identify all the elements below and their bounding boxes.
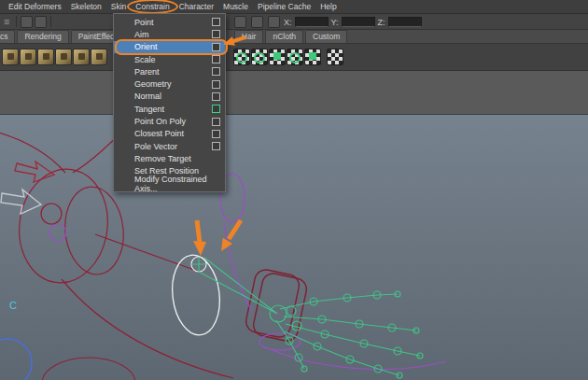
menu-item-label: Point On Poly [134, 117, 186, 126]
shelf-tab-custom[interactable]: Custom [305, 30, 347, 43]
menu-item-label: Scale [134, 55, 156, 64]
menu-item-label: Closest Point [134, 129, 184, 138]
coordinate-fields: X: Y: Z: [233, 16, 422, 28]
option-box-icon[interactable] [212, 92, 220, 101]
menu-item-tangent[interactable]: Tangent [114, 103, 225, 115]
shelf-tabs: ics Rendering PaintEffects Hair nCloth C… [0, 29, 588, 43]
scene-icon[interactable] [21, 16, 33, 28]
option-box-icon[interactable] [212, 105, 220, 113]
wire-red-arrow-shape [15, 162, 54, 182]
menu-pipeline-cache[interactable]: Pipeline Cache [253, 0, 315, 13]
option-box-icon[interactable] [212, 43, 220, 51]
y-input[interactable] [342, 17, 375, 27]
texture-checker-icon[interactable] [327, 49, 343, 65]
z-input[interactable] [388, 17, 422, 27]
selected-control-circle[interactable] [168, 252, 224, 337]
paint-tree-icon[interactable] [20, 49, 36, 65]
shelf-tab-hair[interactable]: Hair [234, 30, 264, 43]
menu-item-label: Normal [134, 91, 161, 101]
ncache-icon[interactable] [287, 49, 303, 65]
curve-label-c: C [9, 300, 17, 311]
option-box-icon[interactable] [212, 80, 220, 89]
wire-red-curve-topleft [0, 132, 65, 173]
wire-gray-arrow-shape [1, 190, 41, 214]
viewport-scene: C [0, 115, 588, 380]
nsolver-icon[interactable] [304, 49, 321, 65]
menu-item-label: Tangent [134, 105, 164, 114]
status-line: ≡ X: Y: Z: [0, 13, 588, 29]
menu-item-geometry[interactable]: Geometry [114, 77, 225, 90]
menu-item-modify-constrained-axis[interactable]: Modify Constrained Axis... [114, 177, 225, 190]
ncloth-passive-icon[interactable] [251, 49, 268, 65]
x-label: X: [284, 18, 292, 27]
wire-blue-circle [0, 339, 32, 380]
menu-item-point-on-poly[interactable]: Point On Poly [114, 115, 225, 127]
nconstraint-icon[interactable] [269, 49, 286, 65]
menu-edit-deformers[interactable]: Edit Deformers [4, 0, 66, 13]
paint-grass-icon[interactable] [55, 49, 72, 65]
wire-red-ellipse-bottom [42, 358, 135, 380]
menu-item-pole-vector[interactable]: Pole Vector [114, 140, 225, 152]
paint-vine-icon[interactable] [91, 49, 107, 65]
snap-point-icon[interactable] [268, 16, 280, 28]
menu-item-label: Orient [134, 42, 158, 51]
constrain-dropdown-menu: Point Aim Orient Scale Parent Geometry N… [113, 13, 226, 192]
menu-item-remove-target[interactable]: Remove Target [114, 152, 225, 164]
menu-lines-icon[interactable]: ≡ [0, 15, 13, 28]
snap-grid-icon[interactable] [234, 16, 246, 28]
menu-constrain-label: Constrain [135, 2, 169, 11]
menu-item-label: Pole Vector [134, 142, 177, 151]
shelf-tab-rendering[interactable]: Rendering [17, 30, 68, 43]
menu-item-scale[interactable]: Scale [114, 53, 225, 65]
wire-red-line-to-ellipse [95, 234, 194, 270]
shelf-tab-ncloth[interactable]: nCloth [265, 30, 303, 43]
menu-item-label: Modify Constrained Axis... [134, 175, 220, 193]
viewport[interactable]: C [0, 114, 588, 380]
wire-red-circle-small [41, 204, 62, 224]
wire-red-curve-bottom [62, 279, 233, 378]
menu-item-closest-point[interactable]: Closest Point [114, 128, 225, 140]
menu-item-label: Geometry [134, 79, 172, 89]
menu-item-label: Aim [134, 30, 149, 39]
panel-gutter [0, 70, 588, 114]
menu-item-label: Point [134, 18, 154, 27]
option-box-icon[interactable] [212, 130, 220, 138]
divider [16, 16, 17, 27]
option-box-icon[interactable] [212, 30, 220, 38]
menu-item-label: Parent [134, 67, 160, 77]
y-label: Y: [331, 18, 339, 27]
divider [50, 16, 51, 27]
option-box-icon[interactable] [212, 118, 220, 126]
menu-item-orient[interactable]: Orient [114, 41, 225, 53]
menu-item-parent[interactable]: Parent [114, 65, 225, 77]
ncloth-create-icon[interactable] [233, 49, 250, 65]
option-box-icon[interactable] [212, 142, 220, 150]
menu-constrain[interactable]: Constrain [131, 0, 174, 13]
finger-1 [280, 294, 398, 309]
menu-muscle[interactable]: Muscle [218, 0, 253, 13]
option-box-icon[interactable] [212, 18, 220, 26]
paint-brush-icon[interactable] [2, 49, 19, 65]
open-scene-icon[interactable] [35, 16, 47, 28]
menu-item-label: Remove Target [134, 154, 191, 163]
paint-feather-icon[interactable] [73, 49, 90, 65]
shelf-icon-row [0, 43, 588, 70]
menu-item-aim[interactable]: Aim [114, 28, 225, 40]
menu-skeleton[interactable]: Skeleton [66, 0, 106, 13]
z-label: Z: [378, 18, 385, 27]
option-box-icon[interactable] [212, 67, 220, 76]
option-box-icon[interactable] [212, 55, 220, 63]
menu-skin[interactable]: Skin [106, 0, 132, 13]
wire-purple-circle [49, 224, 66, 241]
wire-box-back [251, 272, 308, 343]
menu-item-point[interactable]: Point [114, 16, 225, 28]
menu-bar: Edit Deformers Skeleton Skin Constrain C… [0, 0, 588, 13]
menu-item-normal[interactable]: Normal [114, 91, 225, 103]
x-input[interactable] [295, 17, 329, 27]
maya-window: Edit Deformers Skeleton Skin Constrain C… [0, 0, 588, 380]
menu-character[interactable]: Character [175, 0, 218, 13]
snap-curve-icon[interactable] [251, 16, 263, 28]
menu-help[interactable]: Help [315, 0, 341, 13]
paint-flower-icon[interactable] [37, 49, 54, 65]
shelf-tab-dynamics[interactable]: ics [0, 30, 15, 43]
